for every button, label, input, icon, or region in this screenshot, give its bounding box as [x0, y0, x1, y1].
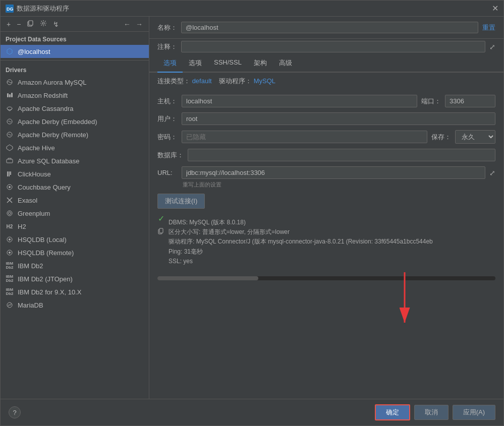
copy-button[interactable]: [25, 19, 36, 29]
bottom-bar: ? 确定 取消 应用(A): [1, 399, 503, 425]
test-row: 测试连接(I): [157, 194, 495, 209]
add-button[interactable]: +: [5, 19, 13, 29]
title-bar: DG 数据源和驱动程序 ✕: [1, 1, 503, 17]
database-row: 数据库：: [157, 149, 495, 161]
status-line-5: SSL: yes: [169, 257, 433, 266]
apply-button[interactable]: 应用(A): [453, 405, 495, 420]
remove-button[interactable]: −: [15, 19, 23, 29]
close-button[interactable]: ✕: [492, 4, 498, 13]
test-connection-button[interactable]: 测试连接(I): [157, 194, 205, 209]
ibm-db2-jtopen-icon: IBMDb2: [6, 275, 14, 283]
svg-point-4: [42, 22, 44, 24]
help-button[interactable]: ?: [9, 406, 21, 418]
driver-name: Apache Derby (Embedded): [18, 118, 97, 126]
note-input[interactable]: [181, 41, 485, 52]
password-input[interactable]: [182, 131, 427, 143]
db-label: 数据库：: [157, 151, 184, 160]
driver-name: HSQLDB (Local): [18, 236, 67, 244]
svg-rect-29: [159, 228, 163, 233]
driver-name: H2: [18, 223, 26, 230]
drivers-section: Drivers Amazon Aurora MySQL Amazon Redsh…: [1, 63, 149, 312]
tabs-row: 选项 选项 SSH/SSL 架构 高级: [149, 54, 503, 73]
nav-buttons: ← →: [122, 19, 145, 29]
url-input[interactable]: [182, 166, 485, 179]
driver-item-h2[interactable]: H2 H2: [1, 220, 149, 233]
svg-rect-3: [29, 21, 33, 25]
driver-item-amazon-aurora[interactable]: Amazon Aurora MySQL: [1, 76, 149, 89]
driver-item-ibm-db2[interactable]: IBMDb2 IBM Db2: [1, 259, 149, 272]
driver-item-couchbase[interactable]: Couchbase Query: [1, 180, 149, 194]
driver-name: Apache Hive: [18, 144, 55, 152]
ok-button[interactable]: 确定: [375, 404, 410, 420]
driver-item-ibm-db2-jtopen[interactable]: IBMDb2 IBM Db2 (JTOpen): [1, 272, 149, 285]
scrollbar-track[interactable]: [157, 276, 495, 280]
save-select[interactable]: 永久: [455, 130, 495, 144]
expand-button[interactable]: ⤢: [489, 43, 495, 51]
db-input[interactable]: [188, 149, 495, 161]
tab-options2[interactable]: 选项: [183, 54, 208, 73]
driver-name: Apache Derby (Remote): [18, 131, 88, 139]
port-input[interactable]: [445, 95, 495, 107]
url-expand-button[interactable]: ⤢: [489, 169, 495, 177]
save-label: 保存：: [431, 133, 451, 142]
mariadb-icon: [6, 301, 14, 309]
drivers-label: Drivers: [1, 63, 149, 76]
back-button[interactable]: ←: [122, 19, 133, 29]
host-input[interactable]: [182, 95, 417, 107]
hsqldb-remote-icon: [6, 249, 14, 257]
driver-item-apache-cassandra[interactable]: Apache Cassandra: [1, 102, 149, 115]
right-panel: 名称： 重置 注释： ⤢ 选项 选项 SSH/SSL 架构 高级 连接类型：: [149, 17, 503, 399]
settings-button[interactable]: [38, 19, 49, 29]
driver-item-apache-derby-embedded[interactable]: Apache Derby (Embedded): [1, 115, 149, 128]
url-note: 重写上面的设置: [183, 181, 221, 189]
more-button[interactable]: ↯: [51, 19, 61, 29]
driver-item-greenplum[interactable]: Greenplum: [1, 207, 149, 220]
tab-advanced[interactable]: 高级: [273, 54, 298, 73]
driver-name: HSQLDB (Remote): [18, 249, 74, 257]
svg-point-22: [9, 212, 11, 215]
svg-rect-15: [9, 171, 10, 176]
driver-item-apache-derby-remote[interactable]: Apache Derby (Remote): [1, 128, 149, 141]
datasource-item-localhost[interactable]: @localhost: [1, 45, 149, 58]
driver-item-ibm-db2-9x[interactable]: IBMDb2 IBM Db2 for 9.X, 10.X: [1, 285, 149, 298]
hsqldb-local-icon: [6, 235, 14, 244]
driver-item-hsqldb-remote[interactable]: HSQLDB (Remote): [1, 246, 149, 259]
driver-name: ClickHouse: [18, 170, 51, 178]
tab-options1[interactable]: 选项: [157, 54, 183, 73]
password-row: 密码： 保存： 永久: [157, 130, 495, 144]
driver-item-mariadb[interactable]: MariaDB: [1, 298, 149, 312]
driver-label: 驱动程序：: [219, 77, 252, 85]
user-label: 用户：: [157, 114, 178, 124]
svg-point-21: [7, 211, 12, 216]
url-label: URL:: [157, 169, 178, 176]
driver-item-hsqldb-local[interactable]: HSQLDB (Local): [1, 233, 149, 246]
svg-point-24: [9, 238, 11, 240]
driver-name: IBM Db2 (JTOpen): [18, 275, 73, 283]
user-input[interactable]: [182, 112, 495, 125]
driver-value[interactable]: MySQL: [254, 77, 275, 85]
driver-item-azure-sql[interactable]: Azure SQL Database: [1, 154, 149, 167]
tab-ssh-ssl[interactable]: SSH/SSL: [208, 54, 248, 73]
name-label: 名称：: [157, 23, 177, 32]
driver-item-amazon-redshift[interactable]: Amazon Redshift: [1, 89, 149, 102]
apache-derby-remote-icon: [6, 131, 14, 139]
name-input[interactable]: [181, 22, 478, 33]
status-copy-icon: [157, 227, 164, 236]
driver-item-apache-hive[interactable]: Apache Hive: [1, 141, 149, 154]
driver-name: Azure SQL Database: [18, 157, 79, 165]
driver-item-clickhouse[interactable]: ClickHouse: [1, 167, 149, 180]
status-line-4: Ping: 31毫秒: [169, 247, 433, 257]
connection-type-value[interactable]: default: [192, 77, 212, 85]
svg-text:DG: DG: [7, 7, 14, 12]
driver-item-exasol[interactable]: Exasol: [1, 194, 149, 207]
scrollbar-thumb[interactable]: [157, 276, 258, 280]
note-row: 注释： ⤢: [149, 39, 503, 54]
greenplum-icon: [6, 209, 14, 217]
cancel-button[interactable]: 取消: [414, 405, 449, 420]
forward-button[interactable]: →: [134, 19, 145, 29]
tab-schema[interactable]: 架构: [248, 54, 273, 73]
sidebar: + − ↯ ← →: [1, 17, 149, 399]
reset-button[interactable]: 重置: [482, 23, 495, 32]
user-row: 用户：: [157, 112, 495, 125]
driver-name: Amazon Aurora MySQL: [18, 79, 87, 86]
